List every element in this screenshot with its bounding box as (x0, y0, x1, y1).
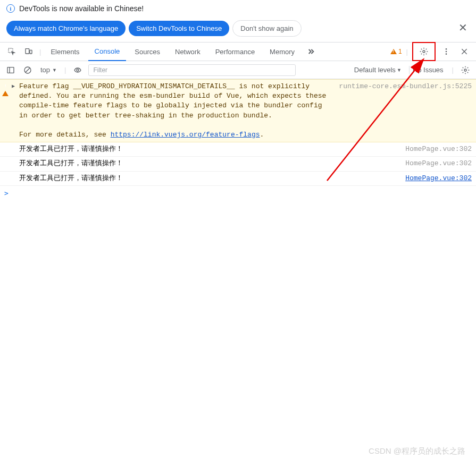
svg-point-6 (446, 53, 447, 55)
svg-point-14 (464, 69, 466, 71)
chevron-down-icon: ▼ (52, 67, 57, 73)
divider: | (406, 48, 408, 56)
clear-console-icon[interactable] (21, 64, 34, 77)
issues-label: No Issues (409, 66, 447, 74)
warning-more-text: For more details, see (19, 131, 111, 139)
switch-devtools-button[interactable]: Switch DevTools to Chinese (129, 21, 229, 36)
warning-badge[interactable]: 1 (390, 48, 402, 55)
toggle-sidebar-icon[interactable] (4, 64, 17, 77)
log-message: 开发者工具已打开，请谨慎操作！ (19, 174, 400, 183)
log-message: 开发者工具已打开，请谨慎操作！ (19, 159, 400, 168)
warning-icon-col (2, 82, 12, 140)
warning-message: Feature flag __VUE_PROD_HYDRATION_MISMAT… (19, 82, 333, 140)
more-tabs-icon[interactable] (303, 44, 318, 59)
context-selector[interactable]: top ▼ (38, 66, 59, 74)
tab-bar-right: 1 | (390, 42, 472, 61)
kebab-menu-icon[interactable] (439, 44, 454, 59)
warning-triangle-icon (2, 83, 9, 96)
watermark: CSDN @程序员的成长之路 (369, 446, 465, 456)
log-message: 开发者工具已打开，请谨慎操作！ (19, 145, 400, 154)
divider: | (64, 66, 66, 74)
svg-point-5 (446, 51, 447, 53)
log-levels-selector[interactable]: Default levels ▼ (351, 66, 405, 74)
language-button-row: Always match Chrome's language Switch De… (0, 17, 476, 42)
log-source[interactable]: HomePage.vue:302 (400, 159, 472, 168)
warning-source[interactable]: runtime-core.esm-bundler.js:5225 (333, 82, 472, 140)
warning-link[interactable]: https://link.vuejs.org/feature-flags (111, 131, 260, 139)
svg-rect-2 (30, 50, 32, 54)
gear-icon[interactable] (416, 44, 431, 59)
chevron-down-icon: ▼ (397, 67, 402, 73)
console-prompt[interactable]: > (0, 186, 476, 200)
console-log-row: 开发者工具已打开，请谨慎操作！ HomePage.vue:302 (0, 157, 476, 171)
info-bar: i DevTools is now available in Chinese! (0, 0, 476, 17)
log-source[interactable]: HomePage.vue:302 (400, 145, 472, 154)
tab-performance[interactable]: Performance (209, 42, 261, 61)
info-icon: i (6, 4, 15, 13)
svg-point-3 (423, 50, 425, 53)
warning-triangle-icon (390, 49, 397, 54)
tab-network[interactable]: Network (169, 42, 207, 61)
warning-count: 1 (398, 48, 402, 55)
devtools-tab-bar: | Elements Console Sources Network Perfo… (0, 42, 476, 61)
svg-point-13 (77, 69, 79, 71)
console-settings-icon[interactable] (459, 64, 472, 77)
device-toggle-icon[interactable] (21, 44, 36, 59)
expand-toggle[interactable]: ▶ (12, 82, 19, 140)
console-toolbar: top ▼ | Default levels ▼ No Issues | (0, 61, 476, 79)
close-devtools-icon[interactable] (457, 44, 472, 59)
levels-label: Default levels (354, 66, 396, 74)
svg-line-12 (26, 68, 30, 72)
always-match-button[interactable]: Always match Chrome's language (6, 21, 126, 36)
filter-input[interactable] (88, 64, 296, 76)
tab-elements[interactable]: Elements (44, 42, 86, 61)
divider: | (39, 48, 41, 56)
tab-memory[interactable]: Memory (263, 42, 301, 61)
console-log-row: 开发者工具已打开，请谨慎操作！ HomePage.vue:302 (0, 172, 476, 186)
log-source-link[interactable]: HomePage.vue:302 (400, 174, 472, 183)
inspect-element-icon[interactable] (4, 44, 19, 59)
console-log-row: 开发者工具已打开，请谨慎操作！ HomePage.vue:302 (0, 142, 476, 157)
svg-rect-9 (7, 67, 14, 73)
context-label: top (40, 66, 50, 74)
dont-show-again-button[interactable]: Don't show again (232, 20, 301, 37)
console-body: ▶ Feature flag __VUE_PROD_HYDRATION_MISM… (0, 79, 476, 200)
info-text: DevTools is now available in Chinese! (19, 4, 144, 13)
settings-highlight-box (412, 42, 436, 61)
console-warning-row: ▶ Feature flag __VUE_PROD_HYDRATION_MISM… (0, 79, 476, 142)
tab-console[interactable]: Console (88, 42, 127, 61)
close-info-button[interactable]: ✕ (456, 19, 470, 36)
warning-text: Feature flag __VUE_PROD_HYDRATION_MISMAT… (19, 82, 326, 120)
live-expression-icon[interactable] (71, 64, 84, 77)
tab-sources[interactable]: Sources (128, 42, 166, 61)
svg-rect-1 (26, 49, 29, 54)
svg-point-4 (446, 48, 447, 50)
divider: | (452, 66, 454, 74)
